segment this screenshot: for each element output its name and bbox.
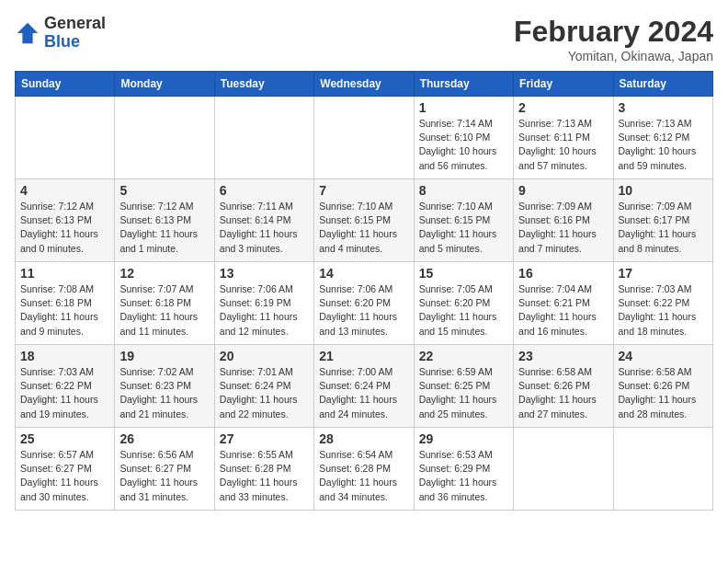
day-number: 7 [319, 183, 408, 198]
calendar-week-row: 11Sunrise: 7:08 AM Sunset: 6:18 PM Dayli… [16, 262, 713, 345]
day-info: Sunrise: 7:11 AM Sunset: 6:14 PM Dayligh… [220, 200, 309, 256]
calendar-cell: 28Sunrise: 6:54 AM Sunset: 6:28 PM Dayli… [314, 428, 414, 511]
calendar-cell [514, 428, 613, 511]
logo-blue: Blue [44, 32, 80, 51]
location-subtitle: Yomitan, Okinawa, Japan [514, 49, 713, 63]
day-info: Sunrise: 7:00 AM Sunset: 6:24 PM Dayligh… [319, 365, 408, 421]
day-info: Sunrise: 6:58 AM Sunset: 6:26 PM Dayligh… [619, 365, 708, 421]
calendar-cell: 6Sunrise: 7:11 AM Sunset: 6:14 PM Daylig… [214, 179, 313, 262]
calendar-week-row: 1Sunrise: 7:14 AM Sunset: 6:10 PM Daylig… [16, 97, 713, 179]
day-info: Sunrise: 6:54 AM Sunset: 6:28 PM Dayligh… [319, 448, 408, 504]
logo-icon [15, 20, 40, 46]
day-number: 24 [619, 349, 708, 363]
day-number: 27 [220, 431, 309, 446]
calendar-cell: 23Sunrise: 6:58 AM Sunset: 6:26 PM Dayli… [514, 345, 613, 428]
day-info: Sunrise: 7:03 AM Sunset: 6:22 PM Dayligh… [619, 282, 708, 339]
calendar-week-row: 25Sunrise: 6:57 AM Sunset: 6:27 PM Dayli… [16, 428, 713, 511]
day-info: Sunrise: 6:57 AM Sunset: 6:27 PM Dayligh… [20, 448, 109, 504]
calendar-cell: 8Sunrise: 7:10 AM Sunset: 6:15 PM Daylig… [414, 179, 513, 262]
calendar-cell: 21Sunrise: 7:00 AM Sunset: 6:24 PM Dayli… [314, 345, 414, 428]
day-info: Sunrise: 7:02 AM Sunset: 6:23 PM Dayligh… [119, 365, 209, 421]
day-info: Sunrise: 6:56 AM Sunset: 6:27 PM Dayligh… [119, 448, 209, 504]
day-info: Sunrise: 7:06 AM Sunset: 6:20 PM Dayligh… [319, 282, 408, 339]
day-info: Sunrise: 7:06 AM Sunset: 6:19 PM Dayligh… [220, 282, 309, 339]
calendar-week-row: 18Sunrise: 7:03 AM Sunset: 6:22 PM Dayli… [16, 345, 713, 428]
title-area: February 2024 Yomitan, Okinawa, Japan [514, 15, 713, 63]
calendar-cell: 25Sunrise: 6:57 AM Sunset: 6:27 PM Dayli… [16, 428, 115, 511]
weekday-header-monday: Monday [115, 72, 214, 97]
day-number: 21 [319, 349, 408, 363]
calendar-cell: 26Sunrise: 6:56 AM Sunset: 6:27 PM Dayli… [115, 428, 214, 511]
weekday-header-saturday: Saturday [613, 72, 712, 97]
day-number: 23 [518, 349, 608, 363]
day-number: 2 [518, 100, 608, 115]
calendar-cell: 7Sunrise: 7:10 AM Sunset: 6:15 PM Daylig… [314, 179, 414, 262]
day-number: 10 [619, 183, 708, 198]
weekday-header-sunday: Sunday [16, 72, 115, 97]
day-info: Sunrise: 7:05 AM Sunset: 6:20 PM Dayligh… [419, 282, 508, 339]
calendar-cell: 17Sunrise: 7:03 AM Sunset: 6:22 PM Dayli… [613, 262, 712, 345]
calendar-cell: 9Sunrise: 7:09 AM Sunset: 6:16 PM Daylig… [514, 179, 613, 262]
day-info: Sunrise: 7:09 AM Sunset: 6:17 PM Dayligh… [619, 200, 708, 256]
day-info: Sunrise: 6:53 AM Sunset: 6:29 PM Dayligh… [419, 448, 508, 504]
day-number: 25 [20, 431, 109, 446]
calendar-cell: 18Sunrise: 7:03 AM Sunset: 6:22 PM Dayli… [16, 345, 115, 428]
calendar-cell: 10Sunrise: 7:09 AM Sunset: 6:17 PM Dayli… [613, 179, 712, 262]
logo: General Blue [15, 15, 106, 52]
day-number: 26 [119, 431, 209, 446]
logo-text: General Blue [44, 15, 106, 52]
day-number: 19 [119, 349, 209, 363]
calendar-cell [214, 97, 313, 179]
day-number: 3 [619, 100, 708, 115]
day-info: Sunrise: 7:04 AM Sunset: 6:21 PM Dayligh… [518, 282, 608, 339]
day-info: Sunrise: 7:14 AM Sunset: 6:10 PM Dayligh… [419, 117, 508, 173]
calendar-cell: 2Sunrise: 7:13 AM Sunset: 6:11 PM Daylig… [514, 97, 613, 179]
calendar-cell: 11Sunrise: 7:08 AM Sunset: 6:18 PM Dayli… [16, 262, 115, 345]
day-info: Sunrise: 6:55 AM Sunset: 6:28 PM Dayligh… [220, 448, 309, 504]
day-info: Sunrise: 7:07 AM Sunset: 6:18 PM Dayligh… [119, 282, 209, 339]
day-number: 8 [419, 183, 508, 198]
day-number: 12 [119, 266, 209, 281]
day-number: 14 [319, 266, 408, 281]
day-info: Sunrise: 7:10 AM Sunset: 6:15 PM Dayligh… [419, 200, 508, 256]
day-number: 9 [518, 183, 608, 198]
calendar-cell: 22Sunrise: 6:59 AM Sunset: 6:25 PM Dayli… [414, 345, 513, 428]
day-info: Sunrise: 6:59 AM Sunset: 6:25 PM Dayligh… [419, 365, 508, 421]
day-info: Sunrise: 7:08 AM Sunset: 6:18 PM Dayligh… [20, 282, 109, 339]
weekday-header-tuesday: Tuesday [214, 72, 313, 97]
day-number: 15 [419, 266, 508, 281]
weekday-header-wednesday: Wednesday [314, 72, 414, 97]
page-header: General Blue February 2024 Yomitan, Okin… [15, 15, 713, 63]
weekday-header-row: SundayMondayTuesdayWednesdayThursdayFrid… [16, 72, 713, 97]
day-info: Sunrise: 7:10 AM Sunset: 6:15 PM Dayligh… [319, 200, 408, 256]
day-info: Sunrise: 7:13 AM Sunset: 6:11 PM Dayligh… [518, 117, 608, 173]
calendar-cell: 5Sunrise: 7:12 AM Sunset: 6:13 PM Daylig… [115, 179, 214, 262]
calendar-cell: 16Sunrise: 7:04 AM Sunset: 6:21 PM Dayli… [514, 262, 613, 345]
calendar-cell: 3Sunrise: 7:13 AM Sunset: 6:12 PM Daylig… [613, 97, 712, 179]
day-number: 6 [220, 183, 309, 198]
day-info: Sunrise: 6:58 AM Sunset: 6:26 PM Dayligh… [518, 365, 608, 421]
calendar-cell: 20Sunrise: 7:01 AM Sunset: 6:24 PM Dayli… [214, 345, 313, 428]
day-number: 11 [20, 266, 109, 281]
weekday-header-friday: Friday [514, 72, 613, 97]
calendar-cell: 19Sunrise: 7:02 AM Sunset: 6:23 PM Dayli… [115, 345, 214, 428]
calendar-cell: 15Sunrise: 7:05 AM Sunset: 6:20 PM Dayli… [414, 262, 513, 345]
calendar-table: SundayMondayTuesdayWednesdayThursdayFrid… [15, 71, 713, 511]
calendar-week-row: 4Sunrise: 7:12 AM Sunset: 6:13 PM Daylig… [16, 179, 713, 262]
day-number: 20 [220, 349, 309, 363]
calendar-cell [115, 97, 214, 179]
logo-general: General [44, 14, 106, 32]
calendar-cell: 4Sunrise: 7:12 AM Sunset: 6:13 PM Daylig… [16, 179, 115, 262]
calendar-cell [16, 97, 115, 179]
calendar-cell: 12Sunrise: 7:07 AM Sunset: 6:18 PM Dayli… [115, 262, 214, 345]
calendar-cell: 24Sunrise: 6:58 AM Sunset: 6:26 PM Dayli… [613, 345, 712, 428]
calendar-cell: 1Sunrise: 7:14 AM Sunset: 6:10 PM Daylig… [414, 97, 513, 179]
day-info: Sunrise: 7:09 AM Sunset: 6:16 PM Dayligh… [518, 200, 608, 256]
day-number: 17 [619, 266, 708, 281]
calendar-cell [613, 428, 712, 511]
weekday-header-thursday: Thursday [414, 72, 513, 97]
day-number: 4 [20, 183, 109, 198]
month-year-title: February 2024 [514, 15, 713, 49]
day-number: 18 [20, 349, 109, 363]
svg-marker-0 [17, 23, 38, 43]
